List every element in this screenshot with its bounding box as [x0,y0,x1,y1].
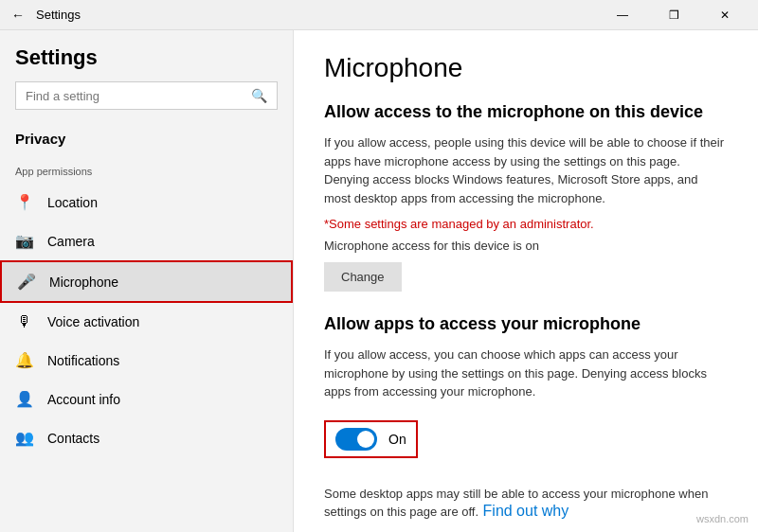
restore-button[interactable]: ❒ [652,0,695,30]
watermark: wsxdn.com [696,513,749,524]
sidebar-item-camera[interactable]: 📷 Camera [0,222,293,260]
toggle-track [335,428,377,451]
section-divider: Allow apps to access your microphone If … [324,314,728,401]
location-icon: 📍 [15,193,34,211]
toggle-switch[interactable] [335,428,377,451]
main-layout: Settings 🔍 Privacy App permissions 📍 Loc… [0,30,758,532]
search-icon: 🔍 [251,88,267,103]
sidebar-item-location-label: Location [47,195,98,210]
sidebar-item-contacts[interactable]: 👥 Contacts [0,418,293,457]
section2-heading: Allow apps to access your microphone [324,314,728,334]
sidebar-item-notifications[interactable]: 🔔 Notifications [0,341,293,380]
close-button[interactable]: ✕ [703,0,747,30]
sidebar-item-notifications-label: Notifications [47,353,119,368]
toggle-label: On [388,432,406,447]
admin-note: *Some settings are managed by an adminis… [324,217,728,231]
toggle-thumb [357,431,374,448]
change-button[interactable]: Change [324,262,402,292]
toggle-row[interactable]: On [324,420,418,458]
back-button[interactable]: ← [11,8,25,23]
sidebar-item-microphone[interactable]: 🎤 Microphone [0,260,293,303]
search-box[interactable]: 🔍 [15,81,278,110]
search-input[interactable] [26,89,251,103]
sidebar-item-microphone-label: Microphone [49,275,118,290]
page-title: Microphone [324,53,728,83]
microphone-icon: 🎤 [17,273,36,291]
sidebar: Settings 🔍 Privacy App permissions 📍 Loc… [0,30,294,532]
sidebar-item-location[interactable]: 📍 Location [0,183,293,222]
sidebar-item-contacts-label: Contacts [47,431,99,446]
minimize-button[interactable]: — [601,0,644,30]
notifications-icon: 🔔 [15,351,34,369]
contacts-icon: 👥 [15,429,34,447]
access-status: Microphone access for this device is on [324,239,728,253]
section1-description: If you allow access, people using this d… [324,133,728,207]
sidebar-item-voice[interactable]: 🎙 Voice activation [0,303,293,341]
section1-heading: Allow access to the microphone on this d… [324,102,728,122]
account-icon: 👤 [15,390,34,408]
privacy-label: Privacy [0,121,293,154]
titlebar: ← Settings — ❒ ✕ [0,0,758,30]
find-out-link[interactable]: Find out why [483,503,569,519]
sidebar-item-account[interactable]: 👤 Account info [0,380,293,418]
sidebar-item-camera-label: Camera [47,234,95,249]
sidebar-item-voice-label: Voice activation [47,314,139,329]
window-controls: — ❒ ✕ [601,0,747,30]
section2-description: If you allow access, you can choose whic… [324,346,728,401]
titlebar-title: Settings [36,8,601,22]
camera-icon: 📷 [15,232,34,250]
content-area: Microphone Allow access to the microphon… [294,30,758,532]
sidebar-header: Settings 🔍 [0,38,293,121]
voice-icon: 🎙 [15,313,34,330]
sidebar-title: Settings [15,45,278,70]
app-permissions-label: App permissions [0,154,293,183]
sidebar-item-account-label: Account info [47,392,120,407]
